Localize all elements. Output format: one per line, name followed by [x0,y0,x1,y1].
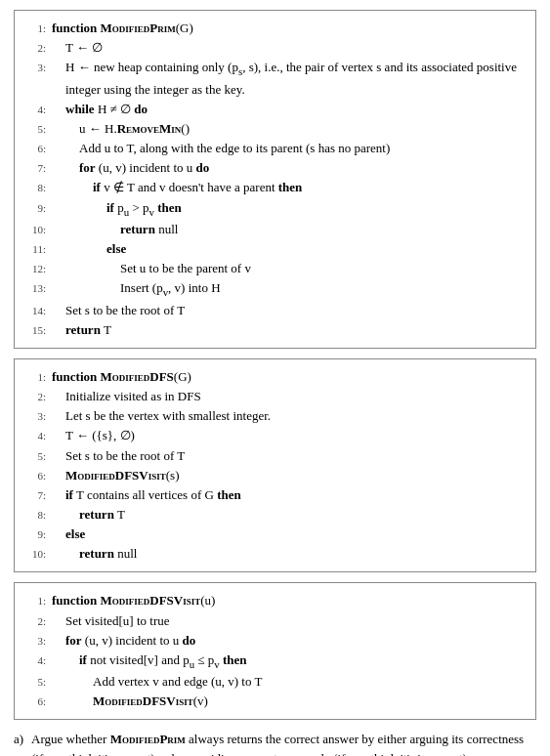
algo3-line-4: 4: if not visited[v] and pu ≤ pv then [24,651,526,672]
algo2-line-10: 10: return null [24,544,526,564]
algo2-line-3: 3: Let s be the vertex with smallest int… [24,406,526,426]
algo2-line-7: 7: if T contains all vertices of G then [24,485,526,505]
algo2-line-5: 5: Set s to be the root of T [24,446,526,466]
algo2-line-1: 1: function ModifiedDFS(G) [24,367,526,387]
question-a: a) Argue whether ModifiedPrim always ret… [14,730,536,756]
algo2-line-8: 8: return T [24,505,526,525]
question-a-label: a) [14,730,31,749]
algo3-line-1: 1: function ModifiedDFSVisit(u) [24,591,526,610]
algo1-line-9: 9: if pu > pv then [24,198,526,220]
algo3-line-2: 2: Set visited[u] to true [24,611,526,631]
algo1-line-8: 8: if v ∉ T and v doesn't have a parent … [24,178,526,197]
algorithm-box-2: 1: function ModifiedDFS(G) 2: Initialize… [14,358,536,572]
algo1-line-15: 15: return T [24,320,526,340]
algo3-line-3: 3: for (u, v) incident to u do [24,631,526,651]
algo2-line-4: 4: T ← ({s}, ∅) [24,426,526,445]
algo1-line-6: 6: Add u to T, along with the edge to it… [24,139,526,158]
algo1-line-2: 2: T ← ∅ [24,38,526,58]
algorithm-box-1: 1: function ModifiedPrim(G) 2: T ← ∅ 3: … [14,10,536,349]
algo1-line-3: 3: H ← new heap containing only (ps, s),… [24,58,526,100]
questions-section: a) Argue whether ModifiedPrim always ret… [14,730,536,756]
algo3-line-5: 5: Add vertex v and edge (u, v) to T [24,672,526,692]
algo1-line-11: 11: else [24,239,526,259]
algo1-line-12: 12: Set u to be the parent of v [24,259,526,278]
algo2-line-9: 9: else [24,525,526,544]
algo1-line-5: 5: u ← H.RemoveMin() [24,119,526,139]
algo1-line-13: 13: Insert (pv, v) into H [24,278,526,300]
algo1-line-1: 1: function ModifiedPrim(G) [24,19,526,38]
algo1-line-14: 14: Set s to be the root of T [24,301,526,320]
algo2-line-2: 2: Initialize visited as in DFS [24,387,526,406]
algorithm-box-3: 1: function ModifiedDFSVisit(u) 2: Set v… [14,582,536,720]
algo2-line-6: 6: ModifiedDFSVisit(s) [24,466,526,485]
algo1-line-7: 7: for (u, v) incident to u do [24,158,526,178]
algo1-line-4: 4: while H ≠ ∅ do [24,100,526,119]
algo3-line-6: 6: ModifiedDFSVisit(v) [24,692,526,711]
question-a-text: Argue whether ModifiedPrim always return… [31,730,536,756]
algo1-line-10: 10: return null [24,220,526,239]
